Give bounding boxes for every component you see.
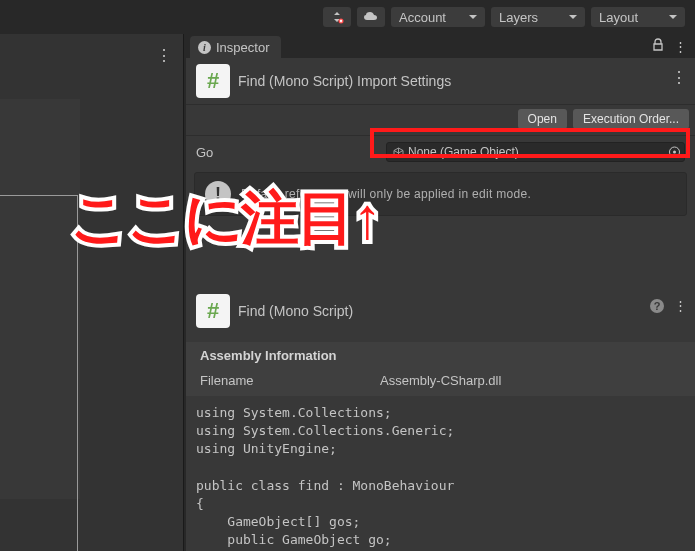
collab-icon[interactable] [323,7,351,27]
account-label: Account [399,10,446,25]
annotation-text: ここに注目↑ [70,180,380,258]
header-menu-icon[interactable]: ⋮ [671,68,687,87]
assembly-header: Assembly Information [186,342,695,369]
top-toolbar: Account Layers Layout [0,5,695,29]
left-panel: ⋮ [0,34,184,551]
script-icon: # [196,294,230,328]
inspector-panel: i Inspector ⋮ # Find (Mono Script) Impor… [186,34,695,551]
open-button[interactable]: Open [518,109,567,129]
info-icon: i [198,41,211,54]
tab-inspector[interactable]: i Inspector [190,36,281,58]
component-menu-icon[interactable]: ⋮ [674,298,687,313]
script-header: # Find (Mono Script) ? ⋮ [186,288,695,334]
gameobject-icon [393,147,404,158]
cloud-icon[interactable] [357,7,385,27]
import-settings-title: Find (Mono Script) Import Settings [238,73,685,89]
code-preview: using System.Collections; using System.C… [186,396,695,551]
chevron-down-icon [469,15,477,19]
assembly-filename-row: Filename Assembly-CSharp.dll [186,369,695,396]
panel-menu-icon[interactable]: ⋮ [674,39,687,54]
button-row: Open Execution Order... [186,105,695,136]
help-icon[interactable]: ? [650,299,664,313]
go-object-field[interactable]: None (Game Object) [386,142,685,162]
chevron-down-icon [569,15,577,19]
filename-label: Filename [200,373,380,388]
go-field-label: Go [196,145,376,160]
account-dropdown[interactable]: Account [391,7,485,27]
layers-dropdown[interactable]: Layers [491,7,585,27]
panel-menu-icon[interactable]: ⋮ [156,46,173,65]
tab-label: Inspector [216,40,269,55]
execution-order-button[interactable]: Execution Order... [573,109,689,129]
go-field-value: None (Game Object) [408,145,519,159]
layout-label: Layout [599,10,638,25]
filename-value: Assembly-CSharp.dll [380,373,501,388]
canvas-selection-rect [0,195,78,551]
lock-icon[interactable] [652,38,664,54]
import-settings-header: # Find (Mono Script) Import Settings ⋮ [186,58,695,105]
layout-dropdown[interactable]: Layout [591,7,685,27]
scene-canvas[interactable] [0,99,80,499]
script-icon: # [196,64,230,98]
layers-label: Layers [499,10,538,25]
go-field-row: Go None (Game Object) [186,136,695,168]
script-title: Find (Mono Script) [238,303,685,319]
chevron-down-icon [669,15,677,19]
assembly-section: Assembly Information Filename Assembly-C… [186,342,695,396]
tab-bar: i Inspector ⋮ [186,34,695,58]
object-picker-icon[interactable] [669,147,680,158]
